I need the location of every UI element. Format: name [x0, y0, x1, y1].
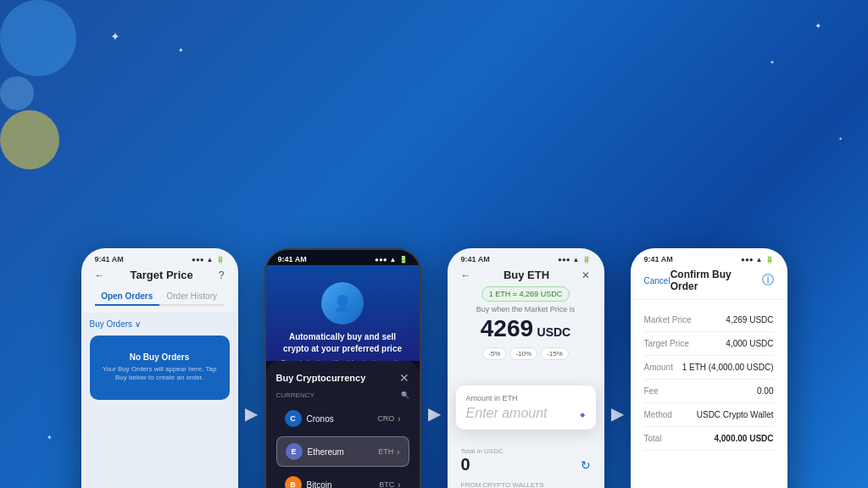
phone-1-nav: ← Target Price ? [95, 269, 225, 281]
arrow-3: ▶ [611, 403, 624, 424]
currency-name-eth: Ethereum [308, 447, 344, 457]
detail-value-amount: 1 ETH (4,000.00 USDC) [682, 363, 774, 372]
phone-1-inner: 9:41 AM ●●● ▲ 🔋 ← Target Price ? Open Or… [83, 250, 236, 488]
back-icon-3[interactable]: ← [461, 269, 471, 281]
phone-3-nav: ← Buy ETH ✕ [461, 269, 591, 281]
status-icons-4: ●●● ▲ 🔋 [741, 256, 773, 263]
detail-value-fee: 0.00 [757, 386, 773, 396]
search-icon-2[interactable]: 🔍 [401, 391, 409, 399]
detail-value-market: 4,269 USDC [726, 315, 773, 324]
status-bar-4: 9:41 AM ●●● ▲ 🔋 [632, 250, 786, 265]
wallets-label: FROM CRYPTO WALLETS [461, 481, 591, 488]
arrow-2: ▶ [428, 403, 441, 424]
total-value: 0 [461, 455, 470, 474]
phone-3-title: Buy ETH [504, 269, 549, 281]
currency-ethereum[interactable]: E Ethereum ETH › [276, 436, 409, 467]
currency-cronos[interactable]: C Cronos CRO › [276, 404, 409, 433]
detail-label-amount: Amount [644, 363, 673, 372]
detail-label-total: Total [644, 434, 662, 443]
phone-1-header: ← Target Price ? Open Orders Order Histo… [83, 265, 236, 313]
currency-bitcoin[interactable]: B Bitcoin BTC › [276, 470, 409, 488]
currency-ticker-cro: CRO [377, 414, 394, 423]
deco-circle-br [0, 110, 59, 169]
phone-4-inner: 9:41 AM ●●● ▲ 🔋 Cancel Confirm Buy Order… [632, 250, 786, 488]
order-details: Market Price 4,269 USDC Target Price 4,0… [632, 300, 786, 488]
pct-btn-5[interactable]: -5% [482, 347, 506, 360]
currency-section-label: CURRENCY 🔍 [276, 391, 409, 399]
phone-3-buy-eth: 9:41 AM ●●● ▲ 🔋 ← Buy ETH ✕ 1 ETH = 4,26… [448, 248, 604, 488]
phone-2-inner: 9:41 AM ●●● ▲ 🔋 👤 Automatically buy and … [266, 250, 420, 488]
phone-1-target-price: 9:41 AM ●●● ▲ 🔋 ← Target Price ? Open Or… [81, 248, 238, 488]
eth-symbol: ⬥ [579, 407, 586, 420]
phone-3-header: ← Buy ETH ✕ 1 ETH = 4,269 USDC Buy when … [449, 265, 603, 372]
status-time-4: 9:41 AM [644, 255, 673, 263]
deco-circle-tl [0, 0, 76, 76]
amount-placeholder[interactable]: Enter amount [466, 406, 548, 421]
detail-fee: Fee 0.00 [644, 380, 774, 403]
detail-label-market: Market Price [644, 315, 692, 324]
status-bar-3: 9:41 AM ●●● ▲ 🔋 [449, 250, 603, 265]
back-icon-1[interactable]: ← [95, 269, 105, 281]
empty-orders-title: No Buy Orders [98, 352, 221, 362]
promo-avatar: 👤 [321, 282, 364, 324]
star-deco: ✦ [47, 434, 53, 441]
status-time-1: 9:41 AM [95, 255, 124, 263]
currency-name-btc: Bitcoin [307, 480, 332, 489]
phone-3-inner: 9:41 AM ●●● ▲ 🔋 ← Buy ETH ✕ 1 ETH = 4,26… [449, 250, 603, 488]
buy-when-label: Buy when the Market Price is [461, 305, 591, 313]
star-deco: ✦ [838, 136, 843, 141]
detail-value-target: 4,000 USDC [726, 339, 773, 348]
confirm-title: Confirm Buy Order [670, 269, 762, 292]
detail-amount: Amount 1 ETH (4,000.00 USDC) [644, 356, 774, 380]
status-icons-1: ●●● ▲ 🔋 [192, 256, 224, 263]
wallets-section: FROM CRYPTO WALLETS U USD Coin 10,000.00… [449, 478, 603, 488]
pct-btn-15[interactable]: -15% [541, 347, 569, 360]
detail-target-price: Target Price 4,000 USDC [644, 332, 774, 356]
phone-4-header: Cancel Confirm Buy Order ⓘ [632, 265, 786, 300]
status-bar-1: 9:41 AM ●●● ▲ 🔋 [83, 250, 236, 265]
amount-label: Amount in ETH [466, 394, 586, 402]
sheet-header: Buy Cryptocurrency ✕ [276, 371, 409, 385]
info-icon-4[interactable]: ⓘ [762, 273, 774, 288]
coin-icon-cro: C [285, 410, 302, 427]
pct-btn-10[interactable]: -10% [509, 347, 537, 360]
coin-icon-eth: E [286, 443, 303, 460]
rate-badge: 1 ETH = 4,269 USDC [481, 286, 570, 302]
detail-label-target: Target Price [644, 339, 689, 348]
arrow-1: ▶ [245, 403, 258, 424]
tab-open-orders[interactable]: Open Orders [95, 288, 160, 306]
star-deco: ✦ [770, 59, 775, 66]
price-unit: USDC [537, 325, 571, 339]
pct-row: -5% -10% -15% [461, 347, 591, 360]
detail-total: Total 4,000.00 USDC [644, 427, 774, 451]
coin-icon-btc: B [285, 476, 302, 488]
sheet-close-btn[interactable]: ✕ [399, 371, 409, 385]
refresh-icon[interactable]: ↻ [581, 458, 591, 472]
total-usdc-section: Total in USDC 0 ↻ [449, 440, 603, 478]
detail-value-total: 4,000.00 USDC [714, 434, 773, 443]
promo-sub: Execute trades without having to monitor… [278, 358, 408, 361]
cancel-button[interactable]: Cancel [644, 276, 670, 286]
currency-ticker-eth: ETH [378, 447, 393, 456]
currency-name-cro: Cronos [307, 414, 334, 424]
confirm-nav: Cancel Confirm Buy Order ⓘ [644, 269, 774, 292]
empty-orders: No Buy Orders Your Buy Orders will appea… [90, 336, 230, 400]
status-icons-2: ●●● ▲ 🔋 [375, 256, 407, 263]
status-time-3: 9:41 AM [461, 255, 490, 263]
detail-value-method: USDC Crypto Wallet [697, 410, 774, 419]
phone-1-title: Target Price [131, 269, 193, 281]
buy-orders-label[interactable]: Buy Orders ∨ [90, 319, 230, 329]
detail-method: Method USDC Crypto Wallet [644, 403, 774, 427]
phone-2-promo: 👤 Automatically buy and sell crypto at y… [266, 265, 420, 361]
tabs-row-1: Open Orders Order History [95, 288, 225, 306]
status-icons-3: ●●● ▲ 🔋 [558, 256, 590, 263]
empty-orders-desc: Your Buy Orders will appear here. Tap Bu… [98, 365, 221, 383]
phone-1-body: Buy Orders ∨ No Buy Orders Your Buy Orde… [83, 313, 236, 488]
close-icon-3[interactable]: ✕ [581, 269, 590, 281]
amount-popup: Amount in ETH Enter amount ⬥ [456, 385, 596, 430]
info-icon-1[interactable]: ? [219, 269, 225, 281]
phone-4-confirm: 9:41 AM ●●● ▲ 🔋 Cancel Confirm Buy Order… [631, 248, 787, 488]
status-bar-2: 9:41 AM ●●● ▲ 🔋 [266, 250, 420, 265]
promo-text: Automatically buy and sell crypto at you… [278, 331, 408, 355]
tab-order-history[interactable]: Order History [159, 288, 225, 304]
